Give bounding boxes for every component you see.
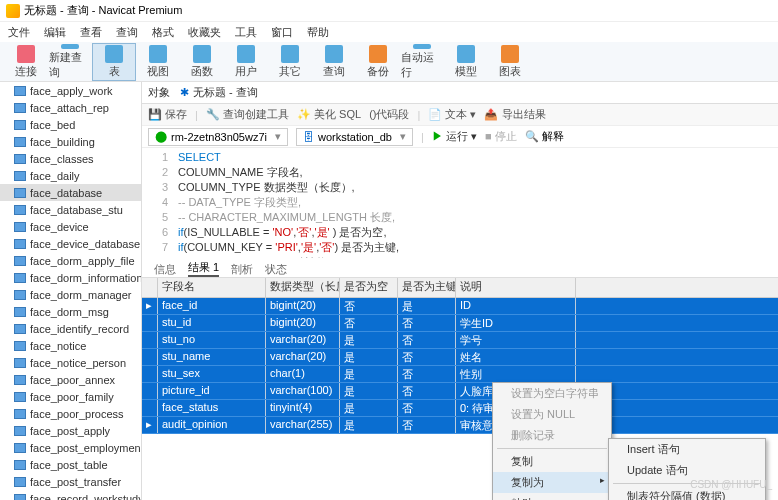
cell[interactable]: tinyint(4) <box>266 400 340 416</box>
explain-button[interactable]: 🔍 解释 <box>525 129 564 144</box>
menu-帮助[interactable]: 帮助 <box>307 25 329 40</box>
tab-objects[interactable]: 对象 <box>148 85 170 100</box>
beautify-sql-button[interactable]: ✨ 美化 SQL <box>297 107 361 122</box>
sidebar-item-face_post_apply[interactable]: face_post_apply <box>0 422 141 439</box>
toolbar-table[interactable]: 表 <box>92 43 136 81</box>
cell[interactable] <box>142 332 158 348</box>
col-header[interactable]: 是否为主键 <box>398 278 456 297</box>
table-row[interactable]: face_statustinyint(4)是否0: 待审核 1: 已通过 <box>142 400 778 417</box>
tab-info[interactable]: 信息 <box>154 262 176 277</box>
cell[interactable]: ▸ <box>142 298 158 314</box>
context-submenu-copyas[interactable]: Insert 语句Update 语句制表符分隔值 (数据)制表符分隔值 (字段名… <box>608 438 766 500</box>
cell[interactable]: 是 <box>340 383 398 399</box>
col-header[interactable]: 字段名 <box>158 278 266 297</box>
sidebar-item-face_dorm_manager[interactable]: face_dorm_manager <box>0 286 141 303</box>
tab-profile[interactable]: 剖析 <box>231 262 253 277</box>
toolbar-user[interactable]: 用户 <box>224 43 268 81</box>
cell[interactable]: 否 <box>398 417 456 433</box>
menu-文件[interactable]: 文件 <box>8 25 30 40</box>
sql-editor[interactable]: 1SELECT2 COLUMN_NAME 字段名,3 COLUMN_TYPE 数… <box>142 148 778 258</box>
sidebar-item-face_apply_work[interactable]: face_apply_work <box>0 82 141 99</box>
cell[interactable]: varchar(20) <box>266 332 340 348</box>
cell[interactable]: 是 <box>340 366 398 382</box>
result-grid[interactable]: 字段名数据类型（长度是否为空是否为主键说明 ▸face_idbigint(20)… <box>142 278 778 434</box>
sidebar-item-face_dorm_msg[interactable]: face_dorm_msg <box>0 303 141 320</box>
menu-格式[interactable]: 格式 <box>152 25 174 40</box>
table-row[interactable]: picture_idvarchar(100)是否人脸库图片ID <box>142 383 778 400</box>
toolbar-auto[interactable]: 自动运行 <box>400 43 444 81</box>
sidebar-item-face_dorm_information[interactable]: face_dorm_information <box>0 269 141 286</box>
sidebar-item-face_notice[interactable]: face_notice <box>0 337 141 354</box>
toolbar-fx[interactable]: 函数 <box>180 43 224 81</box>
toolbar-view[interactable]: 视图 <box>136 43 180 81</box>
table-row[interactable]: stu_novarchar(20)是否学号 <box>142 332 778 349</box>
col-header[interactable]: 是否为空 <box>340 278 398 297</box>
menu-编辑[interactable]: 编辑 <box>44 25 66 40</box>
host-select[interactable]: ⬤rm-2zetn83n05wz7i▾ <box>148 128 288 146</box>
toolbar-plug[interactable]: 连接 <box>4 43 48 81</box>
cell[interactable] <box>142 383 158 399</box>
cell[interactable]: audit_opinion <box>158 417 266 433</box>
context-menu[interactable]: 设置为空白字符串设置为 NULL删除记录复制复制为粘贴显示 <box>492 382 612 500</box>
cell[interactable]: stu_name <box>158 349 266 365</box>
menu-查看[interactable]: 查看 <box>80 25 102 40</box>
tab-result1[interactable]: 结果 1 <box>188 260 219 277</box>
code-snippet-button[interactable]: ()代码段 <box>369 107 409 122</box>
cell[interactable]: varchar(20) <box>266 349 340 365</box>
table-row[interactable]: ▸face_idbigint(20)否是ID <box>142 298 778 315</box>
toolbar-chart[interactable]: 图表 <box>488 43 532 81</box>
sidebar-item-face_daily[interactable]: face_daily <box>0 167 141 184</box>
cell[interactable]: 否 <box>398 366 456 382</box>
menu-收藏夹[interactable]: 收藏夹 <box>188 25 221 40</box>
db-select[interactable]: 🗄workstation_db▾ <box>296 128 413 146</box>
col-header[interactable] <box>142 278 158 297</box>
cell[interactable]: 否 <box>398 349 456 365</box>
table-row[interactable]: stu_namevarchar(20)是否姓名 <box>142 349 778 366</box>
toolbar-model[interactable]: 模型 <box>444 43 488 81</box>
cell[interactable]: face_id <box>158 298 266 314</box>
sidebar-item-face_post_transfer[interactable]: face_post_transfer <box>0 473 141 490</box>
cell[interactable]: 性别 <box>456 366 576 382</box>
menu-工具[interactable]: 工具 <box>235 25 257 40</box>
cell[interactable] <box>142 366 158 382</box>
menuitem[interactable]: 复制 <box>493 451 611 472</box>
sidebar-item-face_bed[interactable]: face_bed <box>0 116 141 133</box>
toolbar-backup[interactable]: 备份 <box>356 43 400 81</box>
cell[interactable]: 是 <box>340 400 398 416</box>
stop-button[interactable]: ■ 停止 <box>485 129 517 144</box>
cell[interactable]: 学号 <box>456 332 576 348</box>
sidebar-item-face_device[interactable]: face_device <box>0 218 141 235</box>
sidebar-item-face_database[interactable]: face_database <box>0 184 141 201</box>
table-row[interactable]: ▸audit_opinionvarchar(255)是否审核意见 <box>142 417 778 434</box>
cell[interactable]: 是 <box>340 332 398 348</box>
run-button[interactable]: ▶ 运行 ▾ <box>432 129 477 144</box>
cell[interactable]: 否 <box>398 383 456 399</box>
sidebar-item-face_identify_record[interactable]: face_identify_record <box>0 320 141 337</box>
menu-查询[interactable]: 查询 <box>116 25 138 40</box>
menuitem[interactable]: Update 语句 <box>609 460 765 481</box>
cell[interactable]: ▸ <box>142 417 158 433</box>
toolbar-query[interactable]: 查询 <box>312 43 356 81</box>
menuitem[interactable]: 粘贴 <box>493 493 611 500</box>
cell[interactable]: 是 <box>398 298 456 314</box>
cell[interactable]: 否 <box>398 400 456 416</box>
cell[interactable] <box>142 400 158 416</box>
col-header[interactable]: 数据类型（长度 <box>266 278 340 297</box>
cell[interactable]: bigint(20) <box>266 298 340 314</box>
cell[interactable]: face_status <box>158 400 266 416</box>
sidebar-item-face_attach_rep[interactable]: face_attach_rep <box>0 99 141 116</box>
cell[interactable]: picture_id <box>158 383 266 399</box>
col-header[interactable]: 说明 <box>456 278 576 297</box>
sidebar-item-face_poor_family[interactable]: face_poor_family <box>0 388 141 405</box>
toolbar-other[interactable]: 其它 <box>268 43 312 81</box>
cell[interactable]: 否 <box>340 298 398 314</box>
cell[interactable]: 否 <box>340 315 398 331</box>
cell[interactable]: varchar(255) <box>266 417 340 433</box>
table-row[interactable]: stu_sexchar(1)是否性别 <box>142 366 778 383</box>
sidebar-item-face_building[interactable]: face_building <box>0 133 141 150</box>
cell[interactable]: stu_id <box>158 315 266 331</box>
save-button[interactable]: 💾 保存 <box>148 107 187 122</box>
toolbar-newq[interactable]: 新建查询 <box>48 43 92 81</box>
sidebar-item-face_poor_process[interactable]: face_poor_process <box>0 405 141 422</box>
sidebar-item-face_dorm_apply_file[interactable]: face_dorm_apply_file <box>0 252 141 269</box>
